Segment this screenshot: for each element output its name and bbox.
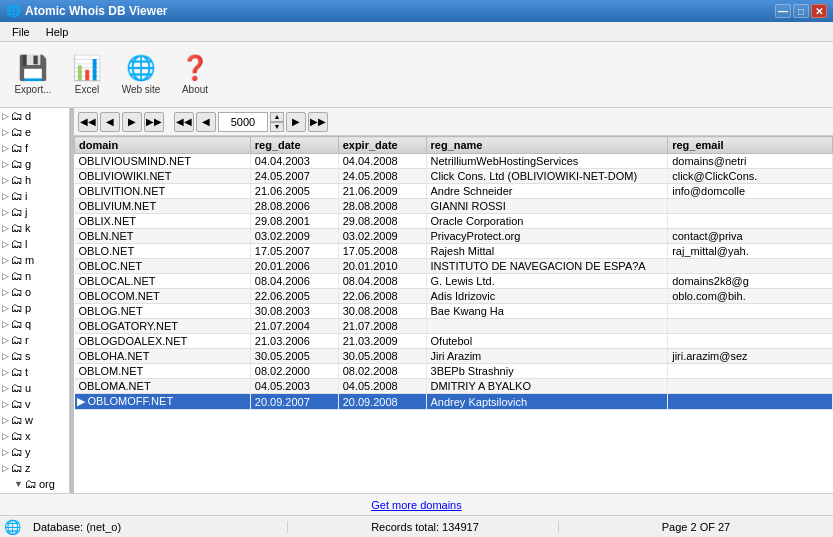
cell-expir-date: 21.06.2009 [338,184,426,199]
table-row[interactable]: OBLIVITION.NET21.06.200521.06.2009Andre … [75,184,833,199]
sidebar-item-m[interactable]: ▷ 🗂m [0,252,69,268]
table-row[interactable]: OBLOM.NET08.02.200008.02.20083BEPb Stras… [75,364,833,379]
cell-expir-date: 20.09.2008 [338,394,426,410]
table-row[interactable]: OBLOGATORY.NET21.07.200421.07.2008 [75,319,833,334]
folder-image-icon: 🗂 [11,365,23,379]
col-header-expir-date[interactable]: expir_date [338,137,426,154]
sidebar-item-i[interactable]: ▷ 🗂i [0,188,69,204]
sidebar-item-l[interactable]: ▷ 🗂l [0,236,69,252]
sidebar-item-o[interactable]: ▷ 🗂o [0,284,69,300]
sidebar-item-d[interactable]: ▷ 🗂d [0,108,69,124]
sidebar-item-label: i [25,190,27,202]
export-button[interactable]: 💾 Export... [8,47,58,103]
menu-file[interactable]: File [4,24,38,40]
maximize-button[interactable]: □ [793,4,809,18]
cell-reg-name: Bae Kwang Ha [426,304,668,319]
sidebar-item-x[interactable]: ▷ 🗂x [0,428,69,444]
page-spin-down[interactable]: ▼ [270,122,284,132]
nav-skip-last-button[interactable]: ▶▶ [308,112,328,132]
close-button[interactable]: ✕ [811,4,827,18]
cell-reg-email [668,394,833,410]
table-row[interactable]: OBLOHA.NET30.05.200530.05.2008Jiri Arazi… [75,349,833,364]
cell-domain: OBLN.NET [75,229,251,244]
folder-image-icon: 🗂 [11,221,23,235]
table-row[interactable]: OBLIVIOUSMIND.NET04.04.200304.04.2008Net… [75,154,833,169]
col-header-reg-date[interactable]: reg_date [250,137,338,154]
table-row[interactable]: OBLOGDOALEX.NET21.03.200621.03.2009Ofute… [75,334,833,349]
nav-skip-first-button[interactable]: ◀◀ [174,112,194,132]
sidebar-item-label: g [25,158,31,170]
folder-image-icon: 🗂 [11,381,23,395]
sidebar-item-u[interactable]: ▷ 🗂u [0,380,69,396]
page-spin-up[interactable]: ▲ [270,112,284,122]
table-row[interactable]: OBLIVIOWIKI.NET24.05.200724.05.2008Click… [75,169,833,184]
cell-reg-name: NetrilliumWebHostingServices [426,154,668,169]
sidebar-item-q[interactable]: ▷ 🗂q [0,316,69,332]
table-row[interactable]: OBLOCOM.NET22.06.200522.06.2008Adis Idri… [75,289,833,304]
cell-expir-date: 29.08.2008 [338,214,426,229]
sidebar-item-h[interactable]: ▷ 🗂h [0,172,69,188]
nav-prev-button[interactable]: ◀ [100,112,120,132]
table-row[interactable]: ▶ OBLOMOFF.NET20.09.200720.09.2008Andrey… [75,394,833,410]
sidebar-item-e[interactable]: ▷ 🗂e [0,124,69,140]
folder-icon: ▷ [2,207,9,217]
sidebar-item-label: q [25,318,31,330]
sidebar-item-k[interactable]: ▷ 🗂k [0,220,69,236]
link-bar[interactable]: Get more domains [0,493,833,515]
cell-expir-date: 04.05.2008 [338,379,426,394]
excel-button[interactable]: 📊 Excel [62,47,112,103]
folder-icon: ▷ [2,303,9,313]
table-row[interactable]: OBLIVIUM.NET28.08.200628.08.2008GIANNI R… [75,199,833,214]
sidebar-item-y[interactable]: ▷ 🗂y [0,444,69,460]
sidebar-item-label: y [25,446,31,458]
sidebar-item-org[interactable]: ▼ 🗂org [0,476,69,492]
get-more-domains-link[interactable]: Get more domains [371,499,461,511]
sidebar-item-z[interactable]: ▷ 🗂z [0,460,69,476]
table-row[interactable]: OBLOC.NET20.01.200620.01.2010INSTITUTO D… [75,259,833,274]
menu-help[interactable]: Help [38,24,77,40]
table-row[interactable]: OBLOMA.NET04.05.200304.05.2008DMITRIY A … [75,379,833,394]
table-row[interactable]: OBLN.NET03.02.200903.02.2009PrivacyProte… [75,229,833,244]
sidebar-item-r[interactable]: ▷ 🗂r [0,332,69,348]
col-header-domain[interactable]: domain [75,137,251,154]
page-spinner: ▲ ▼ [270,112,284,132]
menubar: File Help [0,22,833,42]
folder-image-icon: 🗂 [11,109,23,123]
col-header-reg-email[interactable]: reg_email [668,137,833,154]
sidebar-item-g[interactable]: ▷ 🗂g [0,156,69,172]
sidebar-item-s[interactable]: ▷ 🗂s [0,348,69,364]
website-button[interactable]: 🌐 Web site [116,47,166,103]
about-button[interactable]: ❓ About [170,47,220,103]
nav-skip-next-button[interactable]: ▶ [286,112,306,132]
nav-toolbar: ◀◀ ◀ ▶ ▶▶ ◀◀ ◀ ▲ ▼ ▶ ▶▶ [74,108,833,136]
col-header-reg-name[interactable]: reg_name [426,137,668,154]
table-row[interactable]: OBLOG.NET30.08.200330.08.2008Bae Kwang H… [75,304,833,319]
cell-reg-date: 08.04.2006 [250,274,338,289]
nav-first-button[interactable]: ◀◀ [78,112,98,132]
cell-expir-date: 22.06.2008 [338,289,426,304]
sidebar-item-f[interactable]: ▷ 🗂f [0,140,69,156]
cell-reg-email [668,304,833,319]
minimize-button[interactable]: — [775,4,791,18]
cell-reg-name: 3BEPb Strashniy [426,364,668,379]
page-input[interactable] [218,112,268,132]
cell-expir-date: 08.02.2008 [338,364,426,379]
table-row[interactable]: OBLIX.NET29.08.200129.08.2008Oracle Corp… [75,214,833,229]
nav-next-button[interactable]: ▶ [122,112,142,132]
status-records: Records total: 134917 [292,521,559,533]
cell-expir-date: 24.05.2008 [338,169,426,184]
nav-skip-prev-button[interactable]: ◀ [196,112,216,132]
sidebar-item-n[interactable]: ▷ 🗂n [0,268,69,284]
table-row[interactable]: OBLO.NET17.05.200717.05.2008Rajesh Mitta… [75,244,833,259]
cell-reg-email [668,379,833,394]
sidebar-item-j[interactable]: ▷ 🗂j [0,204,69,220]
nav-last-button[interactable]: ▶▶ [144,112,164,132]
sidebar-item-p[interactable]: ▷ 🗂p [0,300,69,316]
sidebar-item-w[interactable]: ▷ 🗂w [0,412,69,428]
sidebar-item-v[interactable]: ▷ 🗂v [0,396,69,412]
folder-image-icon: 🗂 [11,333,23,347]
sidebar-item-t[interactable]: ▷ 🗂t [0,364,69,380]
sidebar-item-label: org [39,478,55,490]
cell-expir-date: 30.08.2008 [338,304,426,319]
table-row[interactable]: OBLOCAL.NET08.04.200608.04.2008G. Lewis … [75,274,833,289]
